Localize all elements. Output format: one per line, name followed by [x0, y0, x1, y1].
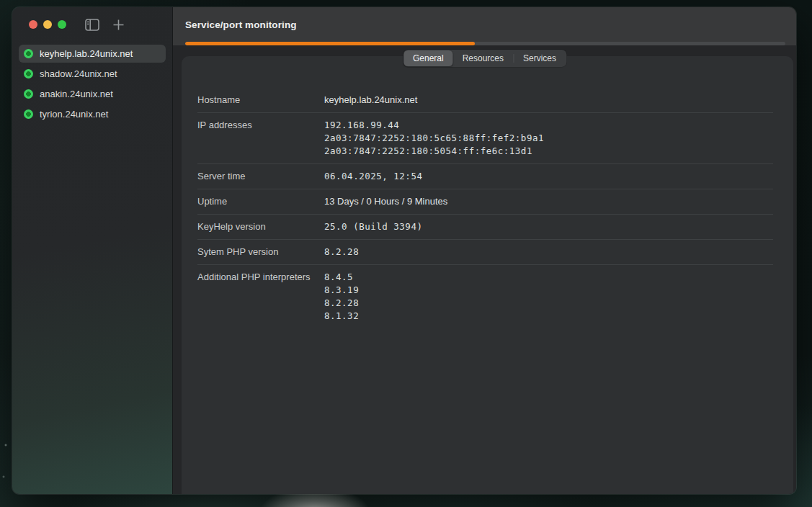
detail-value-line: 8.1.32	[324, 310, 359, 323]
sidebar: keyhelp.lab.24unix.netshadow.24unix.neta…	[12, 7, 173, 494]
detail-value: 8.2.28	[324, 246, 359, 259]
detail-row: Uptime13 Days / 0 Hours / 9 Minutes	[197, 189, 773, 214]
sidebar-item-server[interactable]: anakin.24unix.net	[19, 85, 166, 103]
detail-row: Additional PHP interpreters8.4.58.3.198.…	[197, 264, 773, 328]
detail-value: 25.0 (Build 3394)	[324, 220, 422, 233]
server-list: keyhelp.lab.24unix.netshadow.24unix.neta…	[12, 45, 172, 123]
tab-services[interactable]: Services	[514, 50, 566, 66]
detail-value-line: 8.2.28	[324, 246, 359, 259]
detail-label: KeyHelp version	[197, 220, 324, 233]
add-server-button[interactable]	[112, 19, 125, 31]
detail-value-line: keyhelp.lab.24unix.net	[324, 94, 417, 107]
detail-label: Server time	[197, 170, 324, 183]
detail-row: KeyHelp version25.0 (Build 3394)	[197, 214, 773, 239]
detail-label: Uptime	[197, 195, 324, 208]
detail-value: keyhelp.lab.24unix.net	[324, 94, 417, 107]
status-online-icon	[24, 109, 33, 119]
detail-value: 06.04.2025, 12:54	[324, 170, 422, 183]
server-name: keyhelp.lab.24unix.net	[40, 48, 133, 59]
detail-label: Sytem PHP version	[197, 246, 324, 259]
details-table: Hostnamekeyhelp.lab.24unix.netIP address…	[182, 56, 793, 328]
server-name: tyrion.24unix.net	[40, 109, 108, 120]
progress-fill	[185, 42, 475, 45]
detail-value-line: 2a03:7847:2252:180:5c65:88ff:fef2:b9a1	[324, 132, 544, 145]
detail-label: Hostname	[197, 94, 324, 107]
progress-track	[185, 42, 785, 45]
main-area: Service/port monitoring Hostnamekeyhelp.…	[173, 7, 796, 494]
detail-row: Hostnamekeyhelp.lab.24unix.net	[197, 88, 773, 112]
sidebar-toggle-icon	[85, 19, 99, 31]
server-name: anakin.24unix.net	[40, 89, 113, 99]
sidebar-toggle-button[interactable]	[85, 19, 99, 31]
detail-row: Sytem PHP version8.2.28	[197, 239, 773, 264]
detail-value: 192.168.99.442a03:7847:2252:180:5c65:88f…	[324, 119, 544, 158]
detail-label: Additional PHP interpreters	[197, 271, 324, 323]
plus-icon	[112, 19, 125, 31]
detail-value-line: 192.168.99.44	[324, 119, 544, 132]
sidebar-item-server[interactable]: shadow.24unix.net	[19, 65, 166, 83]
tab-resources[interactable]: Resources	[453, 50, 513, 66]
detail-label: IP addresses	[197, 119, 324, 158]
status-online-icon	[24, 89, 33, 99]
titlebar: Service/port monitoring	[173, 7, 796, 42]
detail-value-line: 13 Days / 0 Hours / 9 Minutes	[324, 195, 447, 208]
tab-bar: GeneralResourcesServices	[403, 50, 566, 67]
detail-value-line: 8.4.5	[324, 271, 359, 284]
status-online-icon	[24, 69, 33, 78]
server-name: shadow.24unix.net	[40, 68, 117, 79]
detail-value-line: 2a03:7847:2252:180:5054:ff:fe6c:13d1	[324, 145, 544, 158]
detail-row: IP addresses192.168.99.442a03:7847:2252:…	[197, 112, 773, 163]
minimize-button[interactable]	[43, 20, 52, 29]
detail-value: 13 Days / 0 Hours / 9 Minutes	[324, 195, 447, 208]
tab-general[interactable]: General	[403, 50, 453, 66]
progress-bar	[173, 42, 796, 45]
detail-value-line: 8.3.19	[324, 284, 359, 297]
page-title: Service/port monitoring	[185, 19, 297, 30]
sidebar-item-server[interactable]: tyrion.24unix.net	[19, 105, 166, 123]
sidebar-toolbar	[12, 7, 172, 42]
close-button[interactable]	[29, 20, 37, 29]
content-panel: Hostnamekeyhelp.lab.24unix.netIP address…	[182, 56, 793, 494]
detail-value: 8.4.58.3.198.2.288.1.32	[324, 271, 359, 323]
detail-value-line: 8.2.28	[324, 297, 359, 310]
detail-row: Server time06.04.2025, 12:54	[197, 163, 773, 189]
sidebar-item-server[interactable]: keyhelp.lab.24unix.net	[19, 45, 166, 63]
desktop-wallpaper: keyhelp.lab.24unix.netshadow.24unix.neta…	[0, 0, 812, 507]
detail-value-line: 25.0 (Build 3394)	[324, 220, 422, 233]
zoom-button[interactable]	[58, 20, 66, 29]
detail-value-line: 06.04.2025, 12:54	[324, 170, 422, 183]
app-window: keyhelp.lab.24unix.netshadow.24unix.neta…	[12, 7, 796, 494]
status-online-icon	[24, 49, 33, 58]
